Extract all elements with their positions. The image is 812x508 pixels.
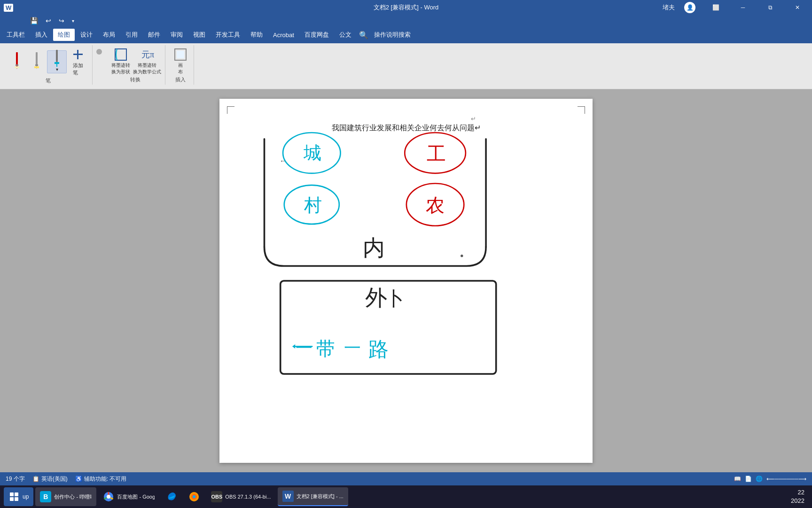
- svg-rect-3: [15, 66, 19, 68]
- word-label: 文档2 [兼容模式] - ...: [297, 493, 344, 500]
- obs-icon: OBS: [211, 491, 222, 502]
- zoom-slider[interactable]: ⟵──────⟶: [766, 476, 806, 482]
- svg-rect-41: [10, 492, 14, 496]
- menu-developer[interactable]: 开发工具: [211, 29, 245, 41]
- drawing-canvas: 城 村 工 农 内 外 卜: [219, 99, 593, 463]
- restore-button[interactable]: ⧉: [759, 0, 781, 15]
- start-label: up: [23, 493, 29, 500]
- red-pen-icon: [9, 54, 24, 69]
- menu-design[interactable]: 设计: [76, 29, 97, 41]
- ribbon-group-pen: ▾ 添加 笔 笔: [4, 45, 93, 85]
- draw-canvas-button[interactable]: 画 布: [171, 46, 190, 76]
- menu-insert[interactable]: 插入: [31, 29, 52, 41]
- document-page[interactable]: 我国建筑行业发展和相关企业何去何从问题↵ 城 村 工 农 内: [219, 99, 593, 463]
- titlebar-left: W: [4, 4, 13, 12]
- language-icon: 📋: [32, 476, 39, 482]
- ink-to-shape-label: 将墨迹转 换为形状: [111, 62, 130, 75]
- yellow-pen-button[interactable]: [27, 53, 46, 70]
- help-search-icon: 🔍: [359, 31, 368, 40]
- titlebar-title: 文档2 [兼容模式] - Word: [374, 3, 438, 12]
- word-count-text: 19 个字: [6, 475, 25, 483]
- window-layout-icon[interactable]: ⬜: [705, 0, 726, 15]
- qat-undo-icon[interactable]: ↩: [44, 17, 53, 24]
- menu-layout[interactable]: 布局: [98, 29, 120, 41]
- taskbar-bilibili[interactable]: B 创作中心 - 哔哩哔...: [35, 487, 96, 506]
- svg-point-49: [193, 495, 195, 498]
- svg-marker-33: [292, 344, 295, 349]
- edge-icon: [166, 491, 177, 502]
- svg-text:元π: 元π: [141, 50, 154, 59]
- user-avatar-icon[interactable]: 👤: [684, 2, 695, 13]
- insert-group-label: 插入: [175, 76, 186, 84]
- menu-official[interactable]: 公文: [335, 29, 356, 41]
- taskbar-baidu-map[interactable]: 百度地图 - Googl...: [98, 487, 159, 506]
- taskbar-firefox[interactable]: [184, 487, 204, 506]
- clock-time: 22: [791, 488, 804, 497]
- svg-point-46: [107, 495, 110, 499]
- user-name: 堵夫: [663, 3, 675, 12]
- svg-text:带: 带: [316, 339, 335, 359]
- svg-text:路: 路: [368, 338, 389, 360]
- svg-text:内: 内: [363, 236, 385, 260]
- add-pen-button[interactable]: 添加 笔: [68, 46, 88, 77]
- menu-acrobat[interactable]: Acrobat: [268, 30, 299, 40]
- obs-label: OBS 27.1.3 (64-bi...: [225, 494, 271, 500]
- start-icon: [8, 491, 20, 502]
- ink-to-shape-button[interactable]: 将墨迹转 换为形状: [109, 46, 132, 76]
- blue-pen-button[interactable]: ▾: [47, 50, 67, 73]
- menu-baidu-disk[interactable]: 百度网盘: [300, 29, 334, 41]
- add-pen-label: 添加 笔: [73, 62, 83, 76]
- pen-dropdown-icon[interactable]: ▾: [56, 67, 58, 72]
- svg-rect-44: [15, 497, 18, 501]
- lasso-tool[interactable]: [96, 49, 102, 55]
- draw-canvas-icon: [173, 47, 188, 62]
- chrome-icon: [103, 491, 114, 502]
- taskbar-edge[interactable]: [161, 487, 182, 506]
- menu-toolbar[interactable]: 工具栏: [2, 29, 30, 41]
- yellow-pen-icon: [29, 54, 44, 69]
- red-pen-button[interactable]: [8, 53, 26, 70]
- page-title: 我国建筑行业发展和相关企业何去何从问题↵: [219, 123, 593, 133]
- menu-references[interactable]: 引用: [121, 29, 142, 41]
- web-view-icon[interactable]: 🌐: [756, 476, 763, 482]
- language-status[interactable]: 📋 英语(美国): [32, 475, 68, 483]
- ribbon-group-insert: 画 布 插入: [167, 45, 194, 85]
- qat-save-icon[interactable]: 💾: [28, 17, 40, 24]
- close-button[interactable]: ✕: [787, 0, 808, 15]
- start-button[interactable]: up: [4, 487, 33, 506]
- svg-rect-7: [34, 66, 39, 68]
- read-view-icon[interactable]: 📖: [734, 476, 741, 482]
- menu-view[interactable]: 视图: [188, 29, 210, 41]
- svg-text:一: 一: [344, 339, 361, 357]
- selector-area: [94, 45, 104, 56]
- svg-rect-29: [281, 281, 496, 374]
- menu-review[interactable]: 审阅: [166, 29, 187, 41]
- menu-search[interactable]: 操作说明搜索: [369, 29, 415, 41]
- minimize-button[interactable]: ─: [732, 0, 754, 15]
- accessibility-text: 辅助功能: 不可用: [84, 475, 127, 483]
- ink-to-math-icon: 元π: [140, 47, 155, 62]
- qat-redo-icon[interactable]: ↪: [57, 17, 66, 24]
- svg-rect-13: [73, 54, 83, 55]
- accessibility-status[interactable]: ♿ 辅助功能: 不可用: [75, 475, 127, 483]
- bilibili-label: 创作中心 - 哔哩哔...: [54, 493, 92, 500]
- convert-group-label: 转换: [130, 76, 141, 84]
- qat-customize-icon[interactable]: ▾: [70, 18, 76, 24]
- ink-to-math-label: 将墨迹转 换为数学公式: [133, 62, 161, 75]
- menu-help[interactable]: 帮助: [246, 29, 267, 41]
- corner-mark-tr: [578, 106, 585, 114]
- menu-mail[interactable]: 邮件: [143, 29, 165, 41]
- menubar: 工具栏 插入 绘图 设计 布局 引用 邮件 审阅 视图 开发工具 帮助 Acro…: [0, 26, 812, 43]
- taskbar-obs[interactable]: OBS OBS 27.1.3 (64-bi...: [206, 487, 275, 506]
- print-view-icon[interactable]: 📄: [745, 476, 752, 482]
- ink-to-math-button[interactable]: 元π 将墨迹转 换为数学公式: [133, 46, 161, 76]
- pen-tools: ▾ 添加 笔: [8, 46, 88, 77]
- firefox-icon: [188, 491, 200, 502]
- titlebar: W 文档2 [兼容模式] - Word 堵夫 👤 ⬜ ─ ⧉ ✕: [0, 0, 812, 15]
- menu-draw[interactable]: 绘图: [53, 29, 75, 41]
- svg-rect-43: [10, 497, 14, 501]
- ink-to-shape-icon: [113, 47, 128, 62]
- svg-rect-10: [55, 62, 59, 64]
- accessibility-icon: ♿: [75, 476, 82, 482]
- taskbar-word[interactable]: W 文档2 [兼容模式] - ...: [278, 487, 348, 506]
